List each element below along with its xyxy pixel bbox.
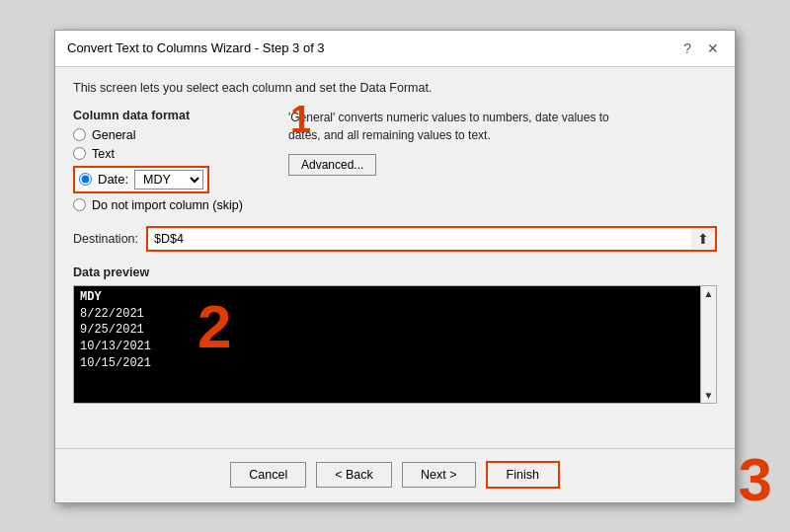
back-button[interactable]: < Back xyxy=(316,462,392,488)
format-skip-row: Do not import column (skip) xyxy=(73,198,271,212)
format-description-text: 'General' converts numeric values to num… xyxy=(288,109,614,144)
format-options-section: Column data format General Text Date: xyxy=(73,109,271,212)
preview-section: Data preview MDY 8/22/2021 9/25/2021 10/… xyxy=(73,266,717,434)
destination-row: Destination: ⬆ xyxy=(73,226,717,252)
title-bar: Convert Text to Columns Wizard - Step 3 … xyxy=(55,31,735,67)
cancel-button[interactable]: Cancel xyxy=(230,462,306,488)
finish-button[interactable]: Finish xyxy=(486,461,560,489)
format-general-label: General xyxy=(92,128,135,142)
format-text-label: Text xyxy=(92,147,115,161)
preview-content: MDY 8/22/2021 9/25/2021 10/13/2021 10/15… xyxy=(74,286,700,403)
preview-row-2: 10/13/2021 xyxy=(80,339,694,355)
next-button[interactable]: Next > xyxy=(402,462,476,488)
preview-row-0: 8/22/2021 xyxy=(80,306,694,323)
destination-label: Destination: xyxy=(73,232,138,246)
preview-hscroll-row: ◄ ► xyxy=(74,403,716,404)
column-format-label: Column data format xyxy=(73,109,271,122)
vscroll-down-button[interactable]: ▼ xyxy=(704,390,714,401)
preview-scroll-wrap: MDY 8/22/2021 9/25/2021 10/13/2021 10/15… xyxy=(74,286,716,403)
help-button[interactable]: ? xyxy=(679,38,695,58)
format-date-label: Date: xyxy=(98,172,128,187)
format-date-row: Date: MDY DMY YMD MYD DYM YDM xyxy=(73,166,209,193)
destination-icon-button[interactable]: ⬆ xyxy=(691,228,715,250)
format-skip-label: Do not import column (skip) xyxy=(92,198,243,212)
vscroll-up-button[interactable]: ▲ xyxy=(704,288,714,299)
date-format-select[interactable]: MDY DMY YMD MYD DYM YDM xyxy=(134,170,203,190)
dialog-title: Convert Text to Columns Wizard - Step 3 … xyxy=(67,40,325,55)
preview-col-header: MDY xyxy=(80,290,694,304)
format-text-row: Text xyxy=(73,147,271,161)
format-date-radio[interactable] xyxy=(79,173,92,186)
destination-input[interactable] xyxy=(148,229,691,249)
preview-row-1: 9/25/2021 xyxy=(80,322,694,339)
destination-input-wrap: ⬆ xyxy=(146,226,717,252)
preview-vscroll: ▲ ▼ xyxy=(700,286,716,403)
preview-label: Data preview xyxy=(73,266,717,279)
format-general-row: General xyxy=(73,128,271,142)
description-text: This screen lets you select each column … xyxy=(73,81,717,95)
format-general-radio[interactable] xyxy=(73,128,86,141)
preview-container: MDY 8/22/2021 9/25/2021 10/13/2021 10/15… xyxy=(73,285,717,404)
advanced-button[interactable]: Advanced... xyxy=(288,154,376,176)
close-button[interactable]: ✕ xyxy=(703,38,723,58)
format-description-section: 'General' converts numeric values to num… xyxy=(288,109,717,176)
buttons-row: Cancel < Back Next > Finish xyxy=(55,448,735,502)
preview-row-3: 10/15/2021 xyxy=(80,355,694,372)
format-text-radio[interactable] xyxy=(73,147,86,160)
dialog: Convert Text to Columns Wizard - Step 3 … xyxy=(54,30,736,503)
title-controls: ? ✕ xyxy=(679,38,723,58)
dialog-body: This screen lets you select each column … xyxy=(55,67,735,448)
format-options: General Text Date: MDY DMY YMD MYD xyxy=(73,128,271,212)
format-skip-radio[interactable] xyxy=(73,198,86,211)
